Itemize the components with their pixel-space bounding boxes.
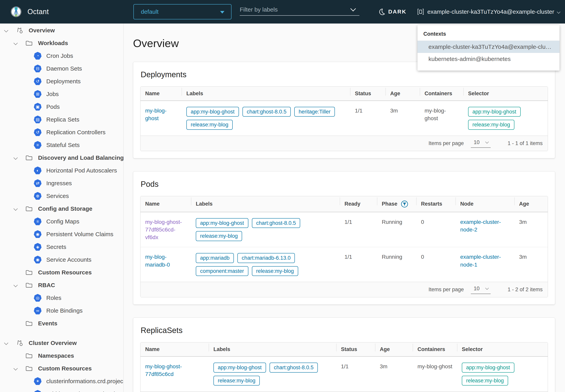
pagination-range: 1 - 2 of 2 items — [507, 287, 543, 293]
sidebar-item-stateful-sets[interactable]: ≡Stateful Sets — [0, 139, 123, 151]
namespace-dropdown[interactable]: default — [134, 4, 232, 19]
sidebar-item-rbac[interactable]: RBAC — [0, 279, 123, 292]
sidebar-item-config-and-storage[interactable]: Config and Storage — [0, 202, 123, 215]
sidebar-item-namespaces[interactable]: Namespaces — [0, 349, 123, 362]
sidebar-item-cluster-overview[interactable]: Cluster Overview — [0, 336, 123, 349]
selector-tag: app:my-blog-ghost — [462, 363, 514, 372]
sidebar-nav: OverviewWorkloads◔Cron Jobs⊟Daemon Sets↺… — [0, 24, 124, 392]
cell-restarts: 0 — [416, 212, 456, 247]
sidebar-item-pods[interactable]: ▣Pods — [0, 100, 123, 113]
my-blog-ghost-link[interactable]: my-blog-ghost — [145, 108, 166, 121]
card-pods: PodsNameLabelsReadyPhaseRestartsNodeAgem… — [133, 171, 555, 305]
cell-name: my-blog-mariadb-0 — [140, 247, 191, 282]
column-header-label: Ready — [344, 201, 360, 207]
label-filter-input[interactable] — [240, 5, 346, 14]
main-content: Overview DeploymentsNameLabelsStatusAgeC… — [124, 24, 565, 392]
sidebar-item-label: Horizontal Pod Autoscalers — [46, 167, 117, 174]
column-header-label: Status — [355, 91, 371, 97]
chevron-down-icon — [485, 286, 489, 290]
moon-icon — [378, 8, 385, 15]
example-cluster-node-1-link[interactable]: example-cluster-node-1 — [460, 254, 501, 267]
cell-node: example-cluster-node-1 — [456, 247, 514, 282]
my-blog-ghost-77df85c6cd-vf6dx-link[interactable]: my-blog-ghost-77df85c6cd-vf6dx — [145, 219, 182, 240]
chevron-down-icon[interactable] — [4, 341, 8, 345]
sidebar-item-label: Roles — [46, 294, 61, 301]
sidebar-item-deployments[interactable]: ↺Deployments — [0, 75, 123, 88]
app-header: Octant default DARK example-cluster-ka3T… — [0, 0, 565, 24]
chevron-down-icon[interactable] — [350, 6, 356, 11]
column-header-label: Containers — [425, 91, 452, 97]
app-title: Octant — [28, 0, 49, 24]
custom-resource-icon: ✶ — [34, 377, 46, 385]
stateful-sets-icon: ≡ — [34, 141, 46, 149]
sidebar-item-clusterinformations[interactable]: ✶clusterinformations.crd.projec — [0, 375, 123, 388]
context-menu-item[interactable]: kubernetes-admin@kubernetes — [417, 53, 560, 65]
items-per-page-select[interactable]: 10 — [471, 285, 491, 294]
folder-icon — [26, 365, 38, 372]
card-deployments: DeploymentsNameLabelsStatusAgeContainers… — [133, 62, 555, 158]
sidebar-item-label: Replica Sets — [46, 116, 79, 123]
sidebar-item-cron-jobs[interactable]: ◔Cron Jobs — [0, 49, 123, 62]
sidebar-item-daemon-sets[interactable]: ⊟Daemon Sets — [0, 62, 123, 75]
sidebar-item-services[interactable]: ⊕Services — [0, 190, 123, 202]
cell-selector: app:my-blog-ghostrelease:my-blog — [463, 101, 548, 136]
phase-filter-icon[interactable] — [401, 200, 408, 208]
label-tag: heritage:Tiller — [294, 107, 335, 117]
cell-node: example-cluster-node-2 — [456, 212, 514, 247]
sidebar-item-label: Replication Controllers — [46, 129, 105, 136]
sidebar-item-config-maps[interactable]: ≡Config Maps — [0, 215, 123, 228]
sidebar-item-cluster-custom-resources[interactable]: Custom Resources — [0, 362, 123, 375]
column-header-ready: Ready — [340, 196, 377, 212]
column-header-label: Age — [390, 91, 400, 97]
sidebar-item-workloads[interactable]: Workloads — [0, 37, 123, 49]
sidebar-item-secrets[interactable]: ◈Secrets — [0, 240, 123, 253]
cell-labels: app:my-blog-ghostchart:ghost-8.0.5herita… — [182, 101, 350, 136]
folder-icon — [26, 353, 38, 359]
table-footer: Items per page101 - 2 of 2 items — [140, 282, 548, 297]
theme-toggle-button[interactable]: DARK — [378, 0, 406, 24]
column-header-phase: Phase — [377, 196, 416, 212]
label-tag: chart:ghost-8.0.5 — [252, 218, 300, 228]
sidebar-item-csidrivers[interactable]: ✶csidrivers.csi.storage.k8s.io — [0, 388, 123, 392]
items-per-page-select[interactable]: 10 — [471, 139, 491, 148]
chevron-down-icon[interactable] — [14, 283, 18, 287]
replica-sets-icon: ▤ — [34, 116, 46, 124]
sidebar-item-label: Cron Jobs — [46, 53, 73, 59]
context-menu-item[interactable]: example-cluster-ka3TuTzYo4a@example-clu… — [417, 41, 560, 53]
context-dropdown-button[interactable]: example-cluster-ka3TuTzYo4a@example-clus… — [417, 0, 560, 24]
sidebar-item-replica-sets[interactable]: ▤Replica Sets — [0, 113, 123, 126]
chevron-down-icon[interactable] — [4, 28, 8, 32]
sidebar-item-roles[interactable]: ◎Roles — [0, 292, 123, 304]
sidebar-item-service-accounts[interactable]: ◉Service Accounts — [0, 253, 123, 266]
sidebar-item-custom-resources[interactable]: Custom Resources — [0, 266, 123, 279]
chevron-down-icon[interactable] — [14, 41, 18, 45]
label-tag: chart:mariadb-6.13.0 — [237, 253, 295, 263]
cell-selector: app:my-blog-ghostrelease:my-blog — [457, 357, 548, 392]
sidebar-item-events[interactable]: Events — [0, 317, 123, 330]
label-tag: release:my-blog — [186, 120, 233, 129]
sidebar-item-overview[interactable]: Overview — [0, 24, 123, 37]
sidebar-item-persistent-volume-claims[interactable]: ◉Persistent Volume Claims — [0, 228, 123, 240]
column-header-label: Labels — [213, 346, 230, 352]
sidebar-item-label: Service Accounts — [46, 256, 91, 263]
cell-phase: Running — [377, 212, 416, 247]
selector-tags: app:my-blog-ghostrelease:my-blog — [462, 363, 543, 386]
sidebar-item-horizontal-pod-autoscalers[interactable]: ◐Horizontal Pod Autoscalers — [0, 164, 123, 177]
my-blog-ghost-77df85c6cd-link[interactable]: my-blog-ghost-77df85c6cd — [145, 363, 182, 377]
chevron-down-icon[interactable] — [14, 366, 18, 370]
example-cluster-node-2-link[interactable]: example-cluster-node-2 — [460, 219, 501, 233]
caret-down-icon — [220, 11, 224, 14]
table-header-row: NameLabelsStatusAgeContainersSelector — [140, 87, 548, 101]
column-header-status: Status — [350, 87, 386, 100]
sidebar-item-role-bindings[interactable]: ∞Role Bindings — [0, 304, 123, 317]
sidebar-item-replication-controllers[interactable]: ↺Replication Controllers — [0, 126, 123, 139]
services-icon: ⊕ — [34, 192, 46, 200]
sidebar-item-ingresses[interactable]: ⇄Ingresses — [0, 177, 123, 190]
chevron-down-icon[interactable] — [14, 207, 18, 211]
folder-icon — [26, 320, 38, 326]
sidebar-item-discovery-and-load-balancing[interactable]: Discovery and Load Balancing — [0, 151, 123, 164]
sidebar-item-jobs[interactable]: ⊞Jobs — [0, 88, 123, 100]
chevron-down-icon[interactable] — [14, 156, 18, 160]
sidebar-item-label: csidrivers.csi.storage.k8s.io — [46, 391, 118, 392]
my-blog-mariadb-0-link[interactable]: my-blog-mariadb-0 — [145, 254, 170, 267]
